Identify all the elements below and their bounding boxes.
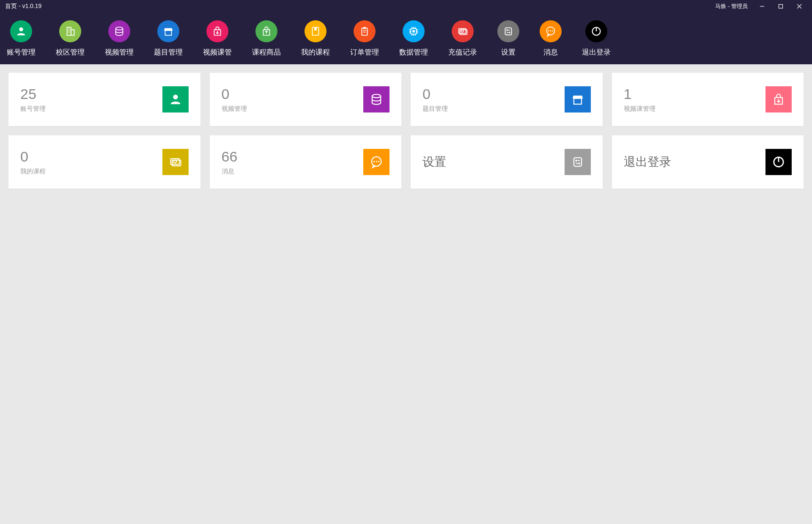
nav-item-user[interactable]: 账号管理 [7, 20, 36, 57]
card-label: 消息 [222, 167, 238, 176]
close-button[interactable] [790, 0, 809, 13]
nav-item-settings[interactable]: 设置 [497, 20, 519, 57]
power-icon [585, 20, 607, 42]
bag-up-icon [255, 20, 277, 42]
card-count: 0 [422, 86, 448, 102]
money-icon [452, 20, 474, 42]
money-icon [162, 149, 189, 175]
settings-icon [497, 20, 519, 42]
dashboard-grid: 25 账号管理 0 视频管理 0 题目管理 1 视频课管理 0 [0, 64, 812, 197]
nav-label: 账号管理 [7, 47, 36, 57]
message-icon [540, 20, 562, 42]
settings-icon [565, 149, 591, 175]
nav-item-shop[interactable]: 题目管理 [154, 20, 183, 57]
database-icon [108, 20, 130, 42]
nav-label: 订单管理 [350, 47, 379, 57]
maximize-button[interactable] [771, 0, 790, 13]
card-label: 视频管理 [222, 105, 247, 113]
card-label: 题目管理 [422, 105, 448, 113]
book-icon [304, 20, 326, 42]
bag-down-icon [206, 20, 228, 42]
dashboard-card[interactable]: 0 我的课程 [8, 135, 200, 189]
nav-label: 消息 [543, 47, 558, 57]
nav-label: 退出登录 [582, 47, 611, 57]
dashboard-card[interactable]: 1 视频课管理 [612, 73, 804, 126]
card-label: 我的课程 [20, 167, 46, 176]
building-icon [59, 20, 81, 42]
nav-label: 题目管理 [154, 47, 183, 57]
nav-item-bag-down[interactable]: 视频课管 [203, 20, 232, 57]
card-title: 退出登录 [624, 154, 671, 170]
window-title: 首页 - v1.0.19 [3, 3, 41, 10]
user-icon [162, 86, 189, 112]
shop-icon [565, 86, 591, 112]
card-count: 0 [20, 148, 46, 165]
card-info: 0 题目管理 [422, 86, 448, 113]
card-count: 66 [222, 148, 238, 165]
user-info: 马焕 - 管理员 [715, 3, 753, 10]
card-info: 25 账号管理 [20, 86, 46, 113]
card-count: 25 [20, 86, 46, 102]
nav-item-bag-up[interactable]: 课程商品 [252, 20, 281, 57]
dashboard-card[interactable]: 0 题目管理 [411, 73, 603, 126]
card-count: 1 [624, 86, 656, 102]
shop-icon [157, 20, 179, 42]
nav-label: 数据管理 [399, 47, 428, 57]
nav-item-power[interactable]: 退出登录 [582, 20, 611, 57]
nav-label: 课程商品 [252, 47, 281, 57]
bag-down-icon [765, 86, 792, 112]
nav-item-clipboard[interactable]: 订单管理 [350, 20, 379, 57]
dashboard-card[interactable]: 0 视频管理 [210, 73, 402, 126]
nav-item-building[interactable]: 校区管理 [56, 20, 85, 57]
power-icon [765, 149, 792, 175]
clipboard-icon [354, 20, 376, 42]
nav-label: 视频管理 [105, 47, 134, 57]
card-info: 0 我的课程 [20, 148, 46, 176]
dashboard-card[interactable]: 退出登录 [612, 135, 804, 189]
message-icon [363, 149, 390, 175]
nav-label: 设置 [501, 47, 516, 57]
nav-label: 视频课管 [203, 47, 232, 57]
titlebar: 首页 - v1.0.19 马焕 - 管理员 [0, 0, 812, 13]
chip-icon [403, 20, 425, 42]
card-label: 账号管理 [20, 105, 46, 113]
nav-item-chip[interactable]: 数据管理 [399, 20, 428, 57]
nav-label: 充值记录 [448, 47, 477, 57]
card-info: 1 视频课管理 [624, 86, 656, 113]
dashboard-card[interactable]: 66 消息 [210, 135, 402, 189]
dashboard-card[interactable]: 25 账号管理 [8, 73, 200, 126]
card-count: 0 [222, 86, 247, 102]
titlebar-right: 马焕 - 管理员 [715, 0, 809, 13]
user-icon [10, 20, 32, 42]
navbar: 账号管理 校区管理 视频管理 题目管理 视频课管 课程商品 我的课程 [0, 13, 812, 64]
nav-label: 校区管理 [56, 47, 85, 57]
svg-rect-1 [779, 5, 783, 8]
nav-item-money[interactable]: 充值记录 [448, 20, 477, 57]
dashboard-card[interactable]: 设置 [411, 135, 603, 189]
minimize-button[interactable] [753, 0, 771, 13]
card-info: 66 消息 [222, 148, 238, 176]
nav-item-database[interactable]: 视频管理 [105, 20, 134, 57]
card-info: 0 视频管理 [222, 86, 247, 113]
nav-label: 我的课程 [301, 47, 330, 57]
card-label: 视频课管理 [624, 105, 656, 113]
nav-item-message[interactable]: 消息 [540, 20, 562, 57]
nav-item-book[interactable]: 我的课程 [301, 20, 330, 57]
database-icon [363, 86, 390, 112]
card-title: 设置 [422, 154, 446, 170]
